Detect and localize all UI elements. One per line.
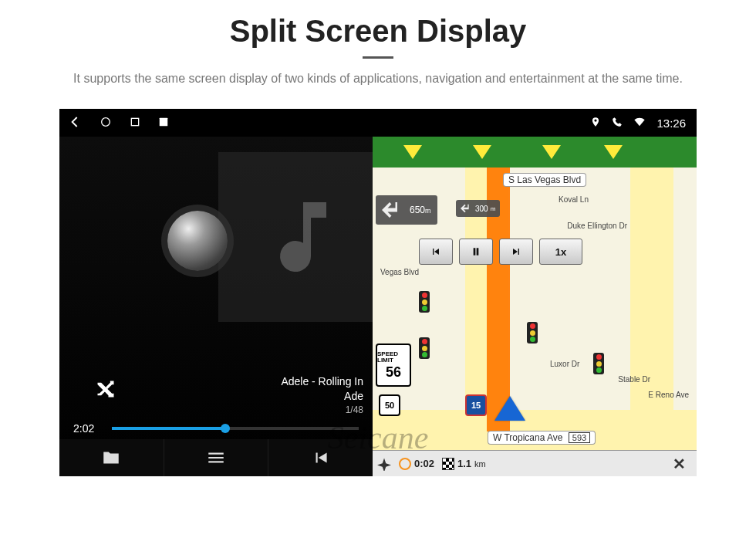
svg-rect-1 — [131, 118, 138, 125]
map-poi-label: Luxor Dr — [550, 360, 579, 368]
map-poi-label: Stable Dr — [618, 375, 650, 384]
folder-button[interactable] — [59, 439, 164, 476]
speed-limit-sign: SPEED LIMIT 56 — [376, 343, 411, 387]
album-area: Adele - Rolling In Ade 1/48 2:02 — [59, 137, 373, 476]
next-turn-panel: 300m — [456, 200, 500, 217]
traffic-light-icon — [419, 291, 430, 313]
nav-bottom-bar: 0:02 1.1km ✕ — [373, 450, 697, 476]
wifi-icon — [633, 116, 646, 130]
clock-text: 13:26 — [656, 117, 686, 130]
track-index: 1/48 — [281, 404, 363, 416]
traffic-light-icon — [593, 353, 604, 374]
split-container: Adele - Rolling In Ade 1/48 2:02 — [59, 137, 697, 476]
home-icon[interactable] — [100, 116, 112, 130]
rotary-knob[interactable] — [167, 211, 228, 271]
progress-row: 2:02 — [59, 422, 373, 435]
location-icon — [590, 117, 601, 130]
street-label-top: S Las Vegas Blvd — [504, 174, 586, 186]
interstate-shield: 15 — [465, 394, 487, 416]
player-toolbar — [59, 439, 373, 476]
sim-next-button[interactable] — [499, 239, 533, 265]
recent-apps-icon[interactable] — [129, 116, 141, 130]
music-pane: Adele - Rolling In Ade 1/48 2:02 — [59, 137, 373, 476]
lane-guidance-bar — [373, 137, 697, 168]
distance-readout: 1.1km — [442, 458, 486, 470]
music-note-icon — [218, 152, 388, 322]
vehicle-cursor-icon — [494, 396, 525, 421]
map-canvas[interactable]: S Las Vegas Blvd W Tropicana Ave 593 Duk… — [373, 168, 697, 476]
navigation-pane: S Las Vegas Blvd W Tropicana Ave 593 Duk… — [373, 137, 697, 476]
traffic-light-icon — [419, 337, 430, 359]
back-icon[interactable] — [70, 116, 83, 130]
sim-control-row: 1x — [419, 239, 582, 265]
compass-button[interactable] — [377, 457, 391, 471]
status-bar: 13:26 — [59, 109, 697, 137]
page-subtitle: It supports the same screen display of t… — [73, 69, 683, 87]
sim-prev-button[interactable] — [419, 239, 453, 265]
progress-slider[interactable] — [112, 427, 359, 430]
street-label-bottom: W Tropicana Ave 593 — [488, 431, 595, 444]
track-artist: Ade — [281, 389, 363, 404]
lane-arrow-icon — [403, 145, 422, 159]
lane-arrow-icon — [604, 145, 623, 159]
lane-arrow-icon — [542, 145, 561, 159]
playlist-button[interactable] — [164, 439, 269, 476]
shuffle-icon[interactable] — [95, 378, 116, 405]
phone-icon — [612, 117, 623, 130]
sim-speed-button[interactable]: 1x — [539, 239, 582, 265]
previous-button[interactable] — [268, 439, 373, 476]
picture-icon[interactable] — [158, 117, 169, 130]
track-title: Adele - Rolling In — [281, 374, 363, 389]
eta-readout: 0:02 — [399, 458, 434, 470]
checkered-flag-icon — [442, 458, 454, 470]
svg-rect-2 — [160, 117, 168, 126]
traffic-light-icon — [527, 322, 538, 343]
map-poi-label: Vegas Blvd — [380, 268, 419, 276]
gauge-icon — [399, 458, 411, 470]
lane-arrow-icon — [473, 145, 491, 159]
title-divider — [363, 56, 393, 59]
map-poi-label: Koval Ln — [559, 195, 589, 204]
close-nav-button[interactable]: ✕ — [667, 455, 692, 473]
map-poi-label: E Reno Ave — [648, 391, 689, 399]
map-poi-label: Duke Ellington Dr — [567, 222, 627, 230]
us-route-shield: 50 — [379, 394, 400, 416]
page-title: Split Screen Display — [230, 14, 527, 49]
turn-instruction-panel: 650m — [376, 195, 437, 225]
sim-pause-button[interactable] — [459, 239, 493, 265]
elapsed-time: 2:02 — [73, 422, 104, 435]
svg-point-0 — [102, 117, 110, 126]
track-meta: Adele - Rolling In Ade 1/48 — [281, 374, 363, 416]
device-screen: 13:26 Adele - Rolling In Ade 1/48 — [59, 109, 697, 476]
